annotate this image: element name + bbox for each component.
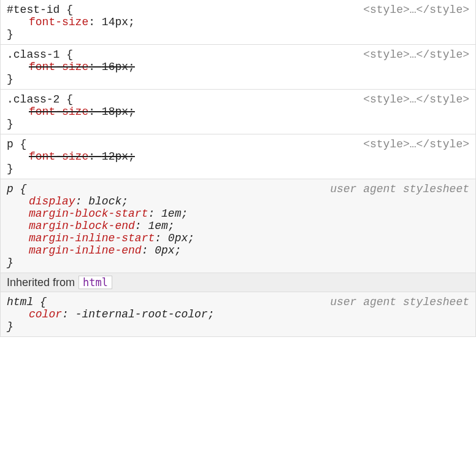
css-value[interactable]: 0px bbox=[155, 244, 174, 257]
colon: : bbox=[88, 106, 102, 118]
close-brace: } bbox=[7, 257, 469, 269]
close-brace: } bbox=[7, 163, 469, 175]
css-property[interactable]: margin-inline-end bbox=[29, 244, 142, 257]
open-brace: { bbox=[13, 138, 27, 150]
css-property[interactable]: font-size bbox=[29, 61, 88, 73]
close-brace: } bbox=[7, 73, 469, 85]
semicolon: ; bbox=[128, 61, 135, 73]
css-value[interactable]: 12px bbox=[102, 150, 128, 163]
css-value[interactable]: -internal-root-color bbox=[75, 308, 208, 320]
semicolon: ; bbox=[128, 16, 135, 28]
css-value[interactable]: 1em bbox=[161, 207, 181, 220]
css-rule[interactable]: <style>…</style> p { font-size: 12px; } bbox=[1, 134, 475, 179]
open-brace: { bbox=[60, 93, 73, 106]
colon: : bbox=[88, 61, 102, 73]
rule-source-label: user agent stylesheet bbox=[330, 183, 469, 195]
css-declaration[interactable]: font-size: 16px; bbox=[7, 61, 469, 73]
css-rule[interactable]: <style>…</style> #test-id { font-size: 1… bbox=[1, 0, 475, 45]
colon: : bbox=[88, 150, 102, 163]
open-brace: { bbox=[33, 296, 47, 308]
selector[interactable]: .class-1 bbox=[7, 48, 60, 61]
css-value[interactable]: block bbox=[88, 195, 121, 207]
css-property[interactable]: font-size bbox=[29, 16, 88, 28]
open-brace: { bbox=[13, 183, 27, 195]
css-value[interactable]: 14px bbox=[102, 16, 128, 28]
css-property[interactable]: margin-inline-start bbox=[29, 232, 155, 244]
css-value[interactable]: 0px bbox=[168, 232, 188, 244]
css-property[interactable]: font-size bbox=[29, 106, 88, 118]
selector[interactable]: html bbox=[7, 296, 33, 308]
semicolon: ; bbox=[128, 150, 135, 163]
selector[interactable]: #test-id bbox=[7, 4, 60, 16]
css-rule[interactable]: <style>…</style> .class-1 { font-size: 1… bbox=[1, 44, 475, 90]
open-brace: { bbox=[60, 4, 73, 16]
selector[interactable]: p bbox=[7, 183, 13, 195]
inherited-from-bar: Inherited from html bbox=[1, 273, 475, 292]
css-declaration[interactable]: font-size: 12px; bbox=[7, 150, 469, 163]
rule-source-link[interactable]: <style>…</style> bbox=[363, 48, 469, 61]
inherited-element-link[interactable]: html bbox=[79, 276, 112, 289]
css-declaration[interactable]: font-size: 18px; bbox=[7, 106, 469, 118]
colon: : bbox=[88, 16, 102, 28]
css-property[interactable]: color bbox=[29, 308, 62, 320]
css-property[interactable]: font-size bbox=[29, 150, 88, 163]
css-value[interactable]: 16px bbox=[102, 61, 128, 73]
css-declaration[interactable]: margin-block-end: 1em; bbox=[7, 220, 469, 232]
css-property[interactable]: margin-block-start bbox=[29, 207, 148, 220]
css-value[interactable]: 1em bbox=[148, 220, 167, 232]
css-property[interactable]: margin-block-end bbox=[29, 220, 135, 232]
semicolon: ; bbox=[128, 106, 135, 118]
close-brace: } bbox=[7, 28, 469, 41]
close-brace: } bbox=[7, 320, 469, 333]
inherited-label: Inherited from bbox=[7, 276, 75, 289]
css-rule[interactable]: <style>…</style> .class-2 { font-size: 1… bbox=[1, 89, 475, 134]
css-property[interactable]: display bbox=[29, 195, 75, 207]
styles-pane: <style>…</style> #test-id { font-size: 1… bbox=[0, 0, 476, 337]
css-declaration[interactable]: margin-block-start: 1em; bbox=[7, 207, 469, 220]
css-declaration[interactable]: margin-inline-start: 0px; bbox=[7, 232, 469, 244]
css-declaration[interactable]: margin-inline-end: 0px; bbox=[7, 244, 469, 257]
close-brace: } bbox=[7, 118, 469, 130]
css-declaration[interactable]: font-size: 14px; bbox=[7, 16, 469, 28]
css-declaration[interactable]: display: block; bbox=[7, 195, 469, 207]
open-brace: { bbox=[60, 48, 73, 61]
css-value[interactable]: 18px bbox=[102, 106, 128, 118]
rule-source-label: user agent stylesheet bbox=[330, 296, 469, 308]
selector[interactable]: p bbox=[7, 138, 13, 150]
selector[interactable]: .class-2 bbox=[7, 93, 60, 106]
rule-source-link[interactable]: <style>…</style> bbox=[363, 93, 469, 106]
css-declaration[interactable]: color: -internal-root-color; bbox=[7, 308, 469, 320]
css-rule-user-agent[interactable]: user agent stylesheet p { display: block… bbox=[1, 179, 475, 273]
css-rule-user-agent[interactable]: user agent stylesheet html { color: -int… bbox=[1, 292, 475, 337]
rule-source-link[interactable]: <style>…</style> bbox=[363, 4, 469, 16]
rule-source-link[interactable]: <style>…</style> bbox=[363, 138, 469, 150]
